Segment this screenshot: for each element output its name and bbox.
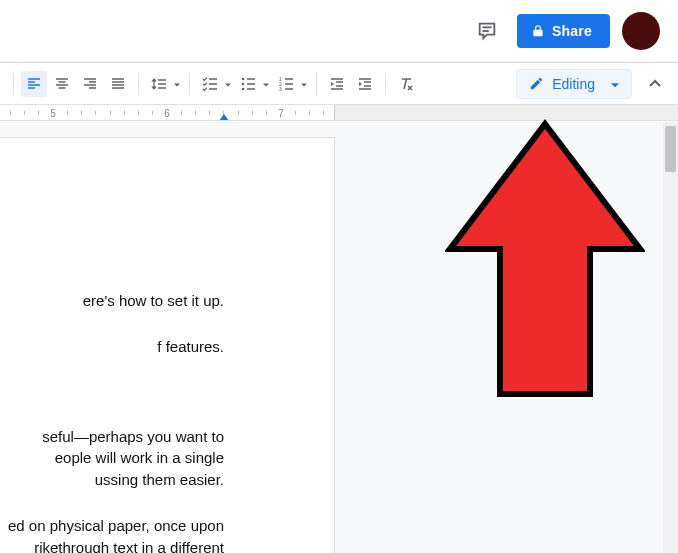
doc-text-line: f features. (0, 336, 334, 358)
collapse-toolbar-button[interactable] (640, 69, 670, 99)
scrollbar-thumb[interactable] (665, 126, 676, 172)
numbered-list-button[interactable]: 1 2 3 (273, 71, 309, 97)
align-right-button[interactable] (77, 71, 103, 97)
decrease-indent-icon (329, 76, 345, 92)
align-justify-icon (110, 76, 126, 92)
toolbar-separator (138, 73, 139, 95)
ruler-tick-label: 6 (164, 108, 170, 119)
align-center-icon (54, 76, 70, 92)
svg-point-2 (242, 77, 245, 80)
numbered-list-icon: 1 2 3 (278, 76, 294, 92)
doc-text-line: eople will work in a single (0, 447, 334, 469)
doc-text-line: ed on physical paper, once upon (0, 515, 334, 537)
doc-text-line: ere's how to set it up. (0, 290, 334, 312)
mode-button[interactable]: Editing (516, 69, 632, 99)
vertical-scrollbar[interactable] (663, 122, 678, 553)
pencil-icon (529, 76, 544, 91)
bulleted-list-icon (240, 76, 256, 92)
align-center-button[interactable] (49, 71, 75, 97)
comment-icon (476, 20, 498, 42)
align-right-icon (82, 76, 98, 92)
increase-indent-icon (357, 76, 373, 92)
line-spacing-icon (151, 76, 167, 92)
ruler-tick-label: 5 (50, 108, 56, 119)
document-page[interactable]: ere's how to set it up. f features. sefu… (0, 137, 335, 553)
bulleted-list-button[interactable] (235, 71, 271, 97)
formatting-toolbar: 1 2 3 Editing (0, 62, 678, 105)
document-canvas: ere's how to set it up. f features. sefu… (0, 122, 678, 553)
header-bar: Share (0, 0, 678, 62)
align-justify-button[interactable] (105, 71, 131, 97)
svg-point-3 (242, 82, 245, 85)
mode-label: Editing (552, 76, 595, 92)
comment-history-button[interactable] (469, 13, 505, 49)
line-spacing-button[interactable] (146, 71, 182, 97)
chevron-up-icon (647, 76, 663, 92)
lock-icon (531, 24, 545, 38)
doc-text-line: ussing them easier. (0, 469, 334, 491)
checklist-button[interactable] (197, 71, 233, 97)
toolbar-separator (189, 73, 190, 95)
clear-formatting-button[interactable] (393, 71, 419, 97)
clear-formatting-icon (398, 76, 414, 92)
doc-text-line: seful—perhaps you want to (0, 426, 334, 448)
align-left-button[interactable] (21, 71, 47, 97)
share-label: Share (552, 23, 592, 39)
svg-text:3: 3 (279, 86, 282, 92)
margin-marker[interactable] (219, 114, 229, 121)
increase-indent-button[interactable] (352, 71, 378, 97)
svg-point-4 (242, 87, 245, 90)
align-left-icon (26, 76, 42, 92)
toolbar-separator (13, 73, 14, 95)
checklist-icon (202, 76, 218, 92)
toolbar-separator (316, 73, 317, 95)
doc-text-line: rikethrough text in a different (0, 537, 334, 554)
decrease-indent-button[interactable] (324, 71, 350, 97)
account-avatar[interactable] (622, 12, 660, 50)
toolbar-separator (385, 73, 386, 95)
horizontal-ruler[interactable]: 5 6 7 (0, 105, 678, 121)
ruler-tick-label: 7 (278, 108, 284, 119)
share-button[interactable]: Share (517, 14, 610, 48)
